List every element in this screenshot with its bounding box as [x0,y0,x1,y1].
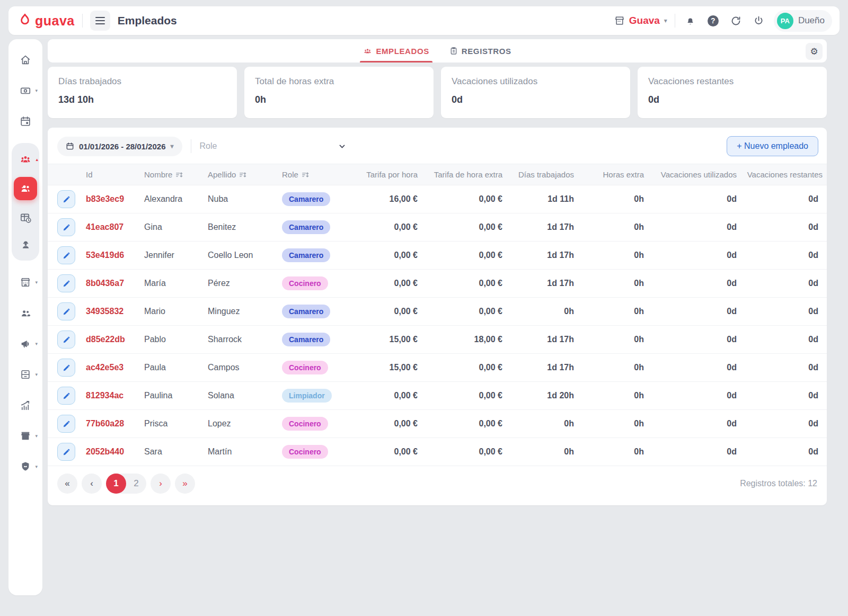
power-icon [753,15,764,26]
help-button[interactable]: ? [705,13,721,29]
employee-vac-utilizados: 0d [648,298,741,326]
col-tarifa: Tarifa por hora [357,164,422,185]
employee-vac-utilizados: 0d [648,326,741,354]
sidebar-item-company[interactable]: ▾ [20,273,31,291]
employee-vac-restantes: 0d [741,410,827,438]
employee-id-link[interactable]: 53e419d6 [86,251,124,260]
col-nombre[interactable]: Nombre [140,164,204,185]
employee-vac-utilizados: 0d [648,213,741,242]
sidebar-item-admin[interactable]: ▾ [20,458,31,476]
pagination-bar: « ‹ 1 2 › » Registros totales: 12 [48,466,827,502]
refresh-button[interactable] [728,13,744,29]
edit-employee-button[interactable] [57,387,75,405]
pagination-last-button[interactable]: » [175,474,195,494]
employee-id-link[interactable]: 34935832 [86,307,123,316]
pagination-prev-button[interactable]: ‹ [82,474,102,494]
top-header: guava Empleados Guava ▾ [8,6,840,35]
sort-icon [239,171,246,178]
role-badge: Cocinero [282,417,328,431]
employee-vac-utilizados: 0d [648,410,741,438]
pencil-icon [63,392,70,400]
employee-apellido: Campos [204,354,278,382]
date-range-picker[interactable]: 01/01/2026 - 28/01/2026 ▾ [57,137,182,156]
edit-employee-button[interactable] [57,190,75,208]
sidebar-item-team-toggle[interactable]: ▴ [19,150,32,168]
employee-tarifa: 0,00 € [357,410,422,438]
building-icon [20,276,31,288]
sidebar-item-marketing[interactable]: ▾ [20,335,31,353]
col-dias: Días trabajados [507,164,578,185]
sidebar-item-schedules[interactable] [20,209,32,227]
stat-card-vacaciones-restantes: Vacaciones restantes 0d [638,67,827,118]
chevron-down-icon: ▾ [35,464,38,469]
notifications-button[interactable] [683,13,698,29]
employee-vac-utilizados: 0d [648,354,741,382]
employee-horas-extra: 0h [578,242,648,270]
col-role[interactable]: Role [278,164,357,185]
edit-employee-button[interactable] [57,415,75,433]
edit-employee-button[interactable] [57,443,75,461]
employee-apellido: Lopez [204,410,278,438]
edit-employee-button[interactable] [57,274,75,292]
employee-apellido: Martín [204,438,278,466]
chevron-down-icon: ▾ [35,372,38,377]
pencil-icon [63,195,70,203]
sidebar-item-home[interactable] [20,51,31,69]
employee-id-link[interactable]: ac42e5e3 [86,363,123,372]
employee-id-link[interactable]: 77b60a28 [86,419,124,428]
pagination-page-1[interactable]: 1 [106,474,126,494]
pagination-first-button[interactable]: « [57,474,77,494]
edit-employee-button[interactable] [57,246,75,264]
employee-apellido: Coello Leon [204,242,278,270]
role-filter-select[interactable]: Role [200,141,346,151]
pagination-page-2[interactable]: 2 [126,474,146,494]
chevron-down-icon: ▾ [35,88,38,93]
guava-logo-icon [18,13,32,29]
sidebar-item-store[interactable]: ▾ [20,427,31,445]
pagination-pages: 1 2 [106,474,146,494]
sidebar-item-employees-active[interactable] [14,177,37,200]
account-switcher-button[interactable]: Guava ▾ [614,15,667,26]
edit-employee-button[interactable] [57,359,75,377]
new-employee-button[interactable]: + Nuevo empleado [727,136,818,156]
employee-id-link[interactable]: d85e22db [86,335,125,344]
table-row: 8b0436a7 María Pérez Cocinero 0,00 € 0,0… [48,270,827,298]
employee-id-link[interactable]: 8b0436a7 [86,279,124,288]
sidebar-item-payments[interactable]: ▾ [20,82,31,100]
table-row: 77b60a28 Prisca Lopez Cocinero 0,00 € 0,… [48,410,827,438]
sidebar-item-analytics[interactable] [20,396,32,414]
edit-employee-button[interactable] [57,302,75,320]
tab-empleados[interactable]: EMPLEADOS [360,39,432,63]
divider [191,139,191,153]
col-apellido[interactable]: Apellido [204,164,278,185]
edit-employee-button[interactable] [57,331,75,349]
role-badge: Cocinero [282,361,328,374]
chevron-up-icon: ▴ [36,157,38,162]
tab-registros[interactable]: REGISTROS [446,39,515,63]
user-menu-button[interactable]: PA Dueño [774,10,832,32]
employee-id-link[interactable]: b83e3ec9 [86,194,124,203]
employee-dias: 1d 20h [507,382,578,410]
menu-toggle-button[interactable] [90,11,110,31]
employee-tarifa: 16,00 € [357,185,422,213]
employee-nombre: Mario [140,298,204,326]
sidebar-item-staff[interactable] [20,235,32,253]
sidebar-item-customers[interactable] [20,304,32,322]
pagination-next-button[interactable]: › [151,474,171,494]
logout-button[interactable] [751,13,766,29]
edit-employee-button[interactable] [57,218,75,236]
employee-dias: 1d 17h [507,270,578,298]
employee-id-link[interactable]: 2052b440 [86,447,124,456]
employee-tarifa-extra: 0,00 € [422,382,507,410]
employee-id-link[interactable]: 812934ac [86,391,123,400]
employee-id-link[interactable]: 41eac807 [86,222,123,231]
sort-icon [175,171,183,178]
settings-button[interactable]: ⚙ [806,43,823,60]
sidebar-item-inventory[interactable]: ▾ [20,365,31,383]
sidebar-item-calendar[interactable] [20,112,31,130]
employee-nombre: Paulina [140,382,204,410]
employee-nombre: Prisca [140,410,204,438]
employee-tarifa: 15,00 € [357,354,422,382]
employee-horas-extra: 0h [578,382,648,410]
tab-registros-label: REGISTROS [462,47,511,56]
